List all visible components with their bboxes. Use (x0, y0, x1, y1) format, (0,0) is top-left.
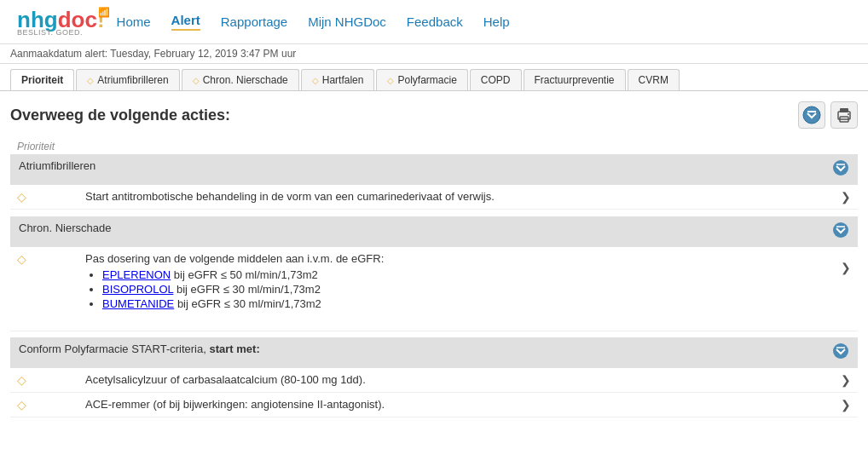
category-chron-nierschade: Chron. Nierschade (10, 216, 858, 247)
main-nav: Home Alert Rapportage Mijn NHGDoc Feedba… (117, 13, 510, 31)
bullet-bisoprolol: BISOPROLOL bij eGFR ≤ 30 ml/min/1,73m2 (102, 283, 851, 296)
link-bisoprolol[interactable]: BISOPROLOL (102, 283, 173, 296)
wifi-icon: 📶 (98, 7, 110, 18)
chevron-action-4[interactable]: ❯ (841, 398, 851, 412)
tab-diamond-4: ◇ (387, 76, 394, 85)
date-bar: Aanmaakdatum alert: Tuesday, February 12… (0, 44, 868, 64)
tab-copd-label: COPD (481, 74, 511, 86)
collapse-all-button[interactable] (798, 101, 825, 129)
priority-header-row: Prioriteit (10, 139, 858, 154)
main-title: Overweeg de volgende acties: (10, 106, 230, 124)
link-eplerenon[interactable]: EPLERENON (102, 268, 171, 281)
tab-hartfalen[interactable]: ◇ Hartfalen (301, 69, 375, 90)
svg-point-6 (833, 160, 848, 176)
chevron-action-1[interactable]: ❯ (841, 190, 851, 204)
tab-polyfarmacie-label: Polyfarmacie (397, 74, 456, 86)
bullet-bumetanide-suffix: bij eGFR ≤ 30 ml/min/1,73m2 (174, 297, 321, 310)
logo-subtitle: BESLIST. GOED. (17, 28, 83, 37)
action-polyfarmacie-1: ◇ Acetylsalicylzuur of carbasalaatcalciu… (10, 368, 858, 393)
action-atriumfibrilleren-1: ◇ Start antitrombotische behandeling in … (10, 185, 858, 210)
category-atriumfibrilleren: Atriumfibrilleren (10, 154, 858, 185)
bullet-eplerenon: EPLERENON bij eGFR ≤ 50 ml/min/1,73m2 (102, 268, 851, 281)
category-polyfarmacie: Conform Polyfarmacie START-criteria, sta… (10, 337, 858, 368)
print-button[interactable] (830, 101, 858, 129)
expand-atriumfibrilleren-icon[interactable] (832, 159, 849, 180)
tab-atriumfibrilleren[interactable]: ◇ Atriumfibrilleren (76, 69, 179, 90)
category-polyfarmacie-label-start: Conform Polyfarmacie START-criteria, (19, 342, 209, 355)
section-title-bar: Overweeg de volgende acties: (10, 101, 858, 129)
bullet-bumetanide: BUMETANIDE bij eGFR ≤ 30 ml/min/1,73m2 (102, 297, 851, 310)
tab-chron-nierschade[interactable]: ◇ Chron. Nierschade (182, 69, 299, 90)
chevron-action-3[interactable]: ❯ (841, 373, 851, 387)
tabs-container: Prioriteit ◇ Atriumfibrilleren ◇ Chron. … (0, 64, 868, 91)
main-content: Overweeg de volgende acties: (0, 91, 868, 428)
tab-cvrm[interactable]: CVRM (628, 69, 680, 90)
nav-rapportage[interactable]: Rapportage (221, 14, 287, 29)
action-text-3: Acetylsalicylzuur of carbasalaatcalcium … (85, 373, 366, 386)
action-chron-nierschade-1: ◇ Pas dosering van de volgende middelen … (10, 247, 858, 331)
tab-diamond-1: ◇ (87, 76, 94, 85)
tab-prioriteit-label: Prioriteit (21, 74, 63, 86)
tab-fractuurpreventie-label: Fractuurpreventie (535, 74, 615, 86)
chevron-action-2[interactable]: ❯ (841, 261, 851, 274)
expand-polyfarmacie-icon[interactable] (832, 342, 849, 363)
nav-feedback[interactable]: Feedback (407, 14, 463, 29)
action-polyfarmacie-2: ◇ ACE-remmer (of bij bijwerkingen: angio… (10, 393, 858, 417)
diamond-icon-4: ◇ (17, 398, 26, 412)
tab-hartfalen-label: Hartfalen (322, 74, 364, 86)
nav-alert[interactable]: Alert (171, 13, 200, 31)
spacer-1 (10, 210, 858, 216)
diamond-icon-3: ◇ (17, 373, 26, 387)
diamond-icon-2: ◇ (17, 252, 26, 266)
category-atriumfibrilleren-label: Atriumfibrilleren (19, 159, 95, 172)
tab-diamond-2: ◇ (193, 76, 200, 85)
expand-chron-nierschade-icon[interactable] (832, 222, 849, 242)
title-icons (798, 101, 858, 129)
bullet-eplerenon-suffix: bij eGFR ≤ 50 ml/min/1,73m2 (171, 268, 318, 281)
category-chron-nierschade-label: Chron. Nierschade (19, 222, 111, 234)
print-icon (836, 106, 853, 124)
action-text-4: ACE-remmer (of bij bijwerkingen: angiote… (85, 398, 385, 411)
tab-diamond-3: ◇ (312, 76, 319, 85)
nav-home[interactable]: Home (117, 14, 151, 29)
tab-fractuurpreventie[interactable]: Fractuurpreventie (524, 69, 626, 90)
logo: nhg doc ! 📶 BESLIST. GOED. (17, 7, 117, 37)
priority-column-label: Prioriteit (10, 139, 78, 154)
tab-prioriteit[interactable]: Prioriteit (10, 69, 74, 90)
collapse-all-icon (802, 106, 821, 124)
tab-cvrm-label: CVRM (639, 74, 668, 86)
svg-point-0 (803, 106, 820, 124)
tab-atriumfibrilleren-label: Atriumfibrilleren (97, 74, 168, 86)
tab-copd[interactable]: COPD (470, 69, 522, 90)
svg-point-10 (833, 343, 848, 359)
svg-rect-3 (840, 108, 848, 112)
action-text-1: Start antitrombotische behandeling in de… (85, 190, 495, 203)
svg-point-8 (833, 222, 848, 238)
medication-bullets: EPLERENON bij eGFR ≤ 50 ml/min/1,73m2 BI… (102, 268, 851, 310)
spacer-2 (10, 331, 858, 337)
tab-chron-nierschade-label: Chron. Nierschade (203, 74, 288, 86)
actions-table: Prioriteit Atriumfibrilleren (10, 139, 858, 417)
bullet-bisoprolol-suffix: bij eGFR ≤ 30 ml/min/1,73m2 (173, 283, 321, 296)
action-text-2: Pas dosering van de volgende middelen aa… (85, 252, 384, 265)
diamond-icon-1: ◇ (17, 190, 26, 204)
svg-point-5 (848, 113, 849, 115)
nav-mijn-nhgdoc[interactable]: Mijn NHGDoc (308, 14, 386, 29)
nav-help[interactable]: Help (483, 14, 510, 29)
category-polyfarmacie-label-bold: start met: (209, 342, 259, 355)
tab-polyfarmacie[interactable]: ◇ Polyfarmacie (376, 69, 467, 90)
link-bumetanide[interactable]: BUMETANIDE (102, 297, 174, 310)
